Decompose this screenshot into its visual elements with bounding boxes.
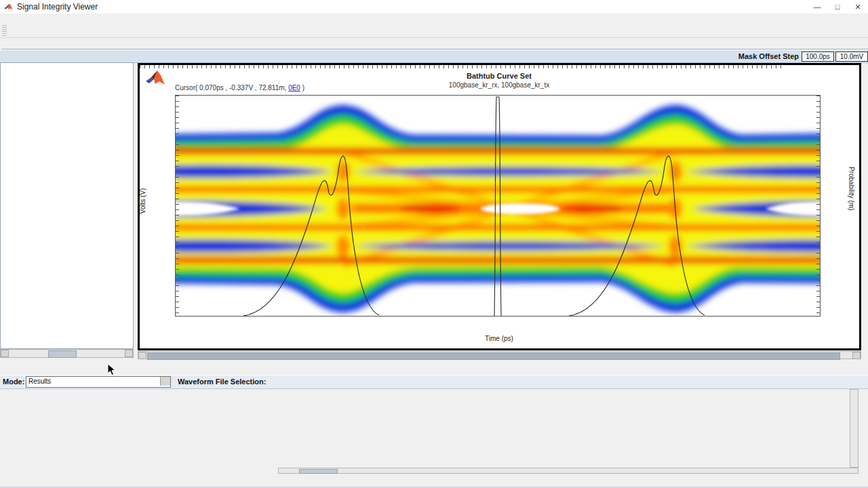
toolbar — [0, 23, 868, 38]
table-vertical-scrollbar[interactable] — [850, 389, 859, 468]
plot-horizontal-scrollbar[interactable] — [138, 351, 861, 359]
left-axis-ticks — [176, 96, 179, 314]
window-title: Signal Integrity Viewer — [17, 2, 98, 12]
list-horizontal-scrollbar[interactable] — [0, 349, 134, 358]
app-icon — [4, 3, 14, 11]
menu-bar — [0, 14, 868, 23]
title-bar: Signal Integrity Viewer — □ ✕ — [0, 0, 868, 14]
scrollbar-thumb[interactable] — [299, 469, 338, 474]
plot-title: Bathtub Curve Set — [140, 72, 859, 80]
x-axis-title: Time (ps) — [140, 335, 859, 342]
x-axis-ticks — [140, 65, 783, 68]
results-table-wrap — [0, 389, 849, 468]
scroll-left-icon[interactable] — [138, 352, 146, 359]
close-button[interactable]: ✕ — [848, 0, 868, 14]
view-tabs — [1, 38, 868, 49]
options-row: Mask Offset Step 100.0ps 10.0mV — [0, 49, 868, 63]
mask-offset-voltage-field[interactable]: 10.0mV — [835, 52, 868, 62]
cursor-ber-link[interactable]: 0E0 — [288, 84, 300, 92]
toolbar-grip[interactable] — [2, 25, 7, 36]
y-axis-title-left: Volts (V) — [139, 188, 146, 214]
mode-combobox[interactable]: Results — [26, 376, 171, 388]
minimize-button[interactable]: — — [807, 0, 827, 14]
maximize-button[interactable]: □ — [827, 0, 848, 14]
eye-diagram-plot — [176, 96, 820, 316]
file-selection-label: Waveform File Selection: — [178, 378, 266, 386]
scroll-left-icon[interactable] — [1, 350, 9, 357]
mode-row: Mode: Results Waveform File Selection: — [0, 375, 868, 389]
mask-offset-label: Mask Offset Step — [738, 52, 799, 60]
mask-offset-group: Mask Offset Step 100.0ps 10.0mV — [738, 52, 868, 62]
cursor-readout: Cursor( 0.070ps , -0.337V , 72.811m, 0E0… — [175, 84, 304, 92]
mode-label: Mode: — [3, 378, 24, 386]
cursor-readout-close: ) — [300, 84, 304, 92]
scroll-right-icon[interactable] — [852, 352, 861, 359]
app-window: Signal Integrity Viewer — □ ✕ Mask Offse… — [0, 0, 868, 488]
mask-offset-time-field[interactable]: 100.0ps — [802, 52, 834, 62]
window-controls: — □ ✕ — [807, 0, 868, 14]
cursor-readout-values: Cursor( 0.070ps , -0.337V , 72.811m, — [175, 84, 288, 92]
y-axis-title-right: Probability (m) — [848, 167, 855, 210]
plot-display-panel[interactable]: Bathtub Curve Set 100gbase_kr_rx, 100gba… — [138, 63, 861, 350]
mode-value: Results — [28, 378, 51, 385]
waveform-list-panel — [0, 62, 134, 349]
scrollbar-thumb[interactable] — [147, 352, 840, 360]
list-vertical-scrollbar[interactable] — [125, 63, 133, 83]
right-axis-ticks — [816, 96, 820, 314]
table-horizontal-scrollbar[interactable] — [278, 468, 859, 474]
combo-dropdown-icon[interactable] — [160, 377, 170, 386]
eye-diagram-axes[interactable] — [175, 95, 821, 317]
scrollbar-thumb[interactable] — [48, 350, 77, 358]
scroll-right-icon[interactable] — [125, 350, 133, 357]
